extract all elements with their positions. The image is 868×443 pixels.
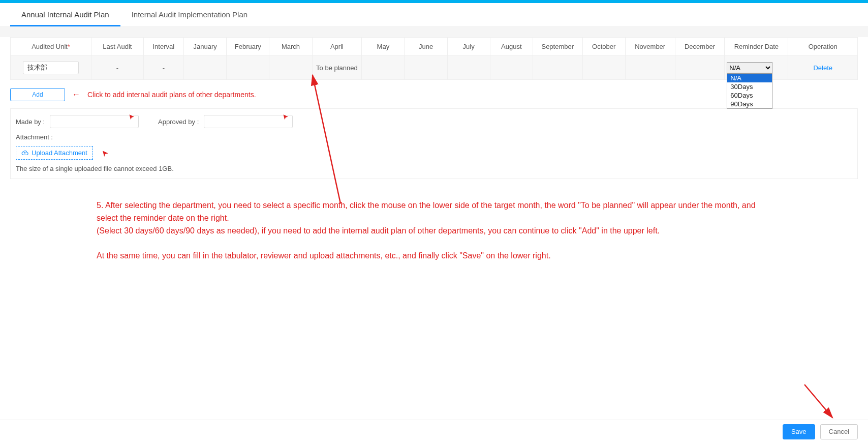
- annotation-add-hint: Click to add internal audit plans of oth…: [87, 91, 256, 99]
- col-march: March: [269, 38, 312, 56]
- cell-operation: Delete: [788, 56, 858, 80]
- add-button[interactable]: Add: [10, 88, 65, 101]
- cloud-upload-icon: [21, 150, 28, 157]
- tab-implementation-plan[interactable]: Internal Audit Implementation Plan: [120, 3, 259, 26]
- cell-april[interactable]: To be planned: [312, 56, 362, 80]
- reminder-option-30[interactable]: 30Days: [727, 82, 772, 91]
- cell-september[interactable]: [533, 56, 582, 80]
- upload-size-hint: The size of a single uploaded file canno…: [16, 165, 852, 172]
- tab-bar: Annual Internal Audit Plan Internal Audi…: [0, 3, 868, 27]
- col-september: September: [533, 38, 582, 56]
- audit-plan-table: Audited Unit* Last Audit Interval Januar…: [10, 37, 858, 80]
- col-november: November: [625, 38, 675, 56]
- col-reminder-date: Reminder Date: [725, 38, 788, 56]
- cell-last-audit: -: [91, 56, 143, 80]
- instruction-line-3: At the same time, you can fill in the ta…: [97, 250, 777, 262]
- annotation-arrow-add: ←: [72, 91, 80, 99]
- reminder-date-select[interactable]: N/A: [727, 62, 772, 73]
- col-february: February: [227, 38, 269, 56]
- cell-february[interactable]: [227, 56, 269, 80]
- upload-attachment-label: Upload Attachment: [32, 149, 87, 157]
- annotation-arrow-upload: ➤: [99, 147, 110, 158]
- form-area: Made by : ➤ Approved by : ➤ Attachment :: [10, 108, 858, 179]
- reminder-dropdown-list: N/A 30Days 60Days 90Days: [727, 73, 772, 109]
- cell-december[interactable]: [675, 56, 725, 80]
- table-row: - - To be planned N/A: [11, 56, 858, 80]
- col-last-audit: Last Audit: [91, 38, 143, 56]
- cell-audited-unit: [11, 56, 91, 80]
- col-june: June: [405, 38, 447, 56]
- cell-july[interactable]: [447, 56, 490, 80]
- reminder-option-60[interactable]: 60Days: [727, 91, 772, 100]
- spacer: [0, 27, 868, 37]
- table-header-row: Audited Unit* Last Audit Interval Januar…: [11, 38, 858, 56]
- attachment-label: Attachment :: [16, 133, 53, 141]
- instruction-text: 5. After selecting the department, you n…: [97, 199, 777, 262]
- audited-unit-input[interactable]: [23, 61, 79, 74]
- col-december: December: [675, 38, 725, 56]
- reminder-option-na[interactable]: N/A: [727, 74, 772, 82]
- cell-reminder: N/A N/A 30Days 60Days 90Days: [725, 56, 788, 80]
- reminder-option-90[interactable]: 90Days: [727, 100, 772, 108]
- col-audited-unit: Audited Unit*: [11, 38, 91, 56]
- required-star: *: [68, 43, 70, 50]
- instruction-line-2: (Select 30 days/60 days/90 days as neede…: [97, 225, 777, 238]
- col-april: April: [312, 38, 362, 56]
- cell-june[interactable]: [405, 56, 447, 80]
- instruction-line-1: 5. After selecting the department, you n…: [97, 199, 777, 225]
- col-july: July: [447, 38, 490, 56]
- col-october: October: [582, 38, 625, 56]
- cell-august[interactable]: [490, 56, 533, 80]
- col-january: January: [184, 38, 227, 56]
- cell-may[interactable]: [362, 56, 405, 80]
- delete-link[interactable]: Delete: [813, 64, 832, 72]
- cell-interval: -: [143, 56, 184, 80]
- cell-march[interactable]: [269, 56, 312, 80]
- approved-by-label: Approved by :: [158, 118, 199, 126]
- made-by-label: Made by :: [16, 118, 45, 126]
- tab-annual-plan[interactable]: Annual Internal Audit Plan: [10, 3, 120, 26]
- col-operation: Operation: [788, 38, 858, 56]
- upload-attachment-button[interactable]: Upload Attachment: [16, 146, 93, 160]
- col-may: May: [362, 38, 405, 56]
- col-interval: Interval: [143, 38, 184, 56]
- cell-november[interactable]: [625, 56, 675, 80]
- col-audited-unit-label: Audited Unit: [32, 43, 68, 50]
- col-august: August: [490, 38, 533, 56]
- cell-january[interactable]: [184, 56, 227, 80]
- cell-october[interactable]: [582, 56, 625, 80]
